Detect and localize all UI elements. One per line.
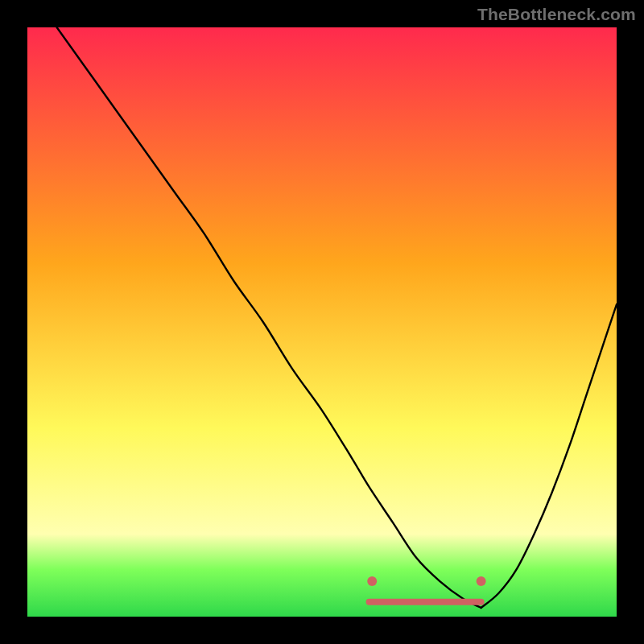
chart-frame: TheBottleneck.com bbox=[0, 0, 644, 644]
valley-end-marker bbox=[477, 576, 486, 586]
valley-start-marker bbox=[367, 576, 377, 586]
left-curve bbox=[57, 27, 481, 608]
right-curve bbox=[481, 304, 617, 608]
plot-area bbox=[27, 27, 617, 617]
watermark-text: TheBottleneck.com bbox=[477, 5, 636, 24]
curve-layer bbox=[27, 27, 617, 617]
